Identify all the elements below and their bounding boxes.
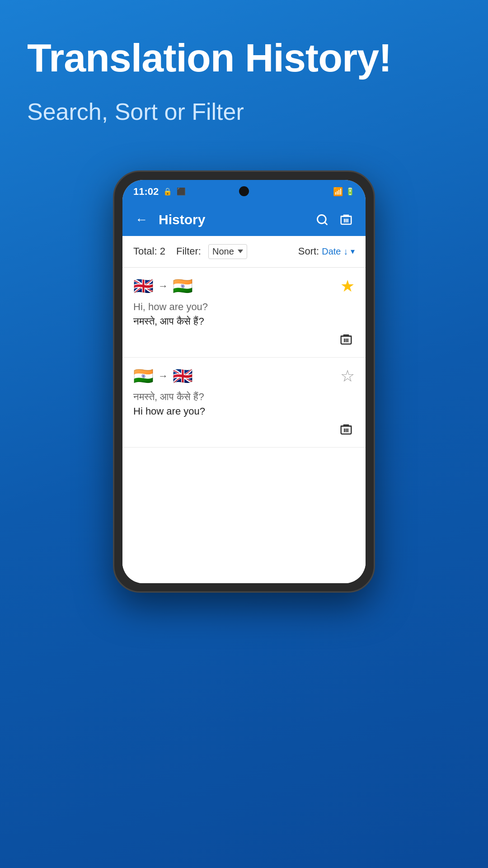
source-text: Hi, how are you? <box>133 301 355 313</box>
star-button[interactable]: ☆ <box>340 367 355 386</box>
item-header: 🇬🇧 → 🇮🇳 ★ <box>133 277 355 296</box>
source-text: नमस्ते, आप कैसे हैं? <box>133 391 355 403</box>
history-item: 🇬🇧 → 🇮🇳 ★ Hi, how are you? नमस्ते, आप कै… <box>122 268 366 358</box>
phone-screen: 11:02 🔒 ⬛ 📶 🔋 ← History <box>122 180 366 583</box>
empty-area <box>122 448 366 583</box>
app-bar: ← History <box>122 203 366 236</box>
item-text: नमस्ते, आप कैसे हैं? Hi how are you? <box>133 391 355 417</box>
delete-item-button[interactable] <box>338 421 355 438</box>
item-text: Hi, how are you? नमस्ते, आप कैसे हैं? <box>133 301 355 327</box>
promo-section: Translation History! Search, Sort or Fil… <box>0 0 488 152</box>
sort-label: Sort: <box>298 245 319 257</box>
filter-chevron-icon <box>238 250 243 253</box>
direction-arrow-icon: → <box>158 280 168 292</box>
history-list: 🇬🇧 → 🇮🇳 ★ Hi, how are you? नमस्ते, आप कै… <box>122 268 366 583</box>
app-bar-title: History <box>159 212 305 227</box>
promo-title: Translation History! <box>27 36 461 80</box>
filter-value: None <box>212 246 234 257</box>
status-time: 11:02 <box>133 186 159 198</box>
back-button[interactable]: ← <box>131 209 151 231</box>
delete-all-button[interactable] <box>336 209 357 230</box>
sort-section: Sort: Date ↓ ▾ <box>298 245 355 257</box>
phone-mockup: 11:02 🔒 ⬛ 📶 🔋 ← History <box>113 170 375 593</box>
lang-pair: 🇬🇧 → 🇮🇳 <box>133 278 193 294</box>
sort-chevron-icon: ▾ <box>351 246 355 256</box>
item-actions <box>133 331 355 348</box>
status-bar: 11:02 🔒 ⬛ 📶 🔋 <box>122 180 366 203</box>
translated-text: नमस्ते, आप कैसे हैं? <box>133 316 355 327</box>
star-button[interactable]: ★ <box>340 277 355 296</box>
filter-dropdown[interactable]: None <box>208 244 247 259</box>
camera-notch <box>239 186 249 196</box>
direction-arrow-icon: → <box>158 370 168 382</box>
search-button[interactable] <box>312 210 332 230</box>
battery-icon: 🔋 <box>346 187 355 196</box>
delete-item-button[interactable] <box>338 331 355 348</box>
sort-value: Date ↓ <box>322 246 348 257</box>
item-header: 🇮🇳 → 🇬🇧 ☆ <box>133 367 355 386</box>
total-count: Total: 2 <box>133 245 165 257</box>
vpn-icon: ⬛ <box>177 187 186 196</box>
target-flag: 🇬🇧 <box>173 368 193 384</box>
translated-text: Hi how are you? <box>133 406 355 417</box>
source-flag: 🇮🇳 <box>133 368 154 384</box>
sort-dropdown[interactable]: Date ↓ ▾ <box>322 246 355 257</box>
signal-icon: 📶 <box>333 187 343 197</box>
target-flag: 🇮🇳 <box>173 278 193 294</box>
promo-subtitle: Search, Sort or Filter <box>27 98 461 125</box>
phone-frame: 11:02 🔒 ⬛ 📶 🔋 ← History <box>113 170 375 593</box>
app-bar-actions <box>312 209 357 230</box>
lock-icon: 🔒 <box>163 187 172 196</box>
lang-pair: 🇮🇳 → 🇬🇧 <box>133 368 193 384</box>
svg-line-1 <box>324 222 327 224</box>
source-flag: 🇬🇧 <box>133 278 154 294</box>
filter-label: Filter: <box>176 245 201 257</box>
item-actions <box>133 421 355 438</box>
filter-bar: Total: 2 Filter: None Sort: Date ↓ ▾ <box>122 236 366 268</box>
status-left: 11:02 🔒 ⬛ <box>133 186 186 198</box>
history-item: 🇮🇳 → 🇬🇧 ☆ नमस्ते, आप कैसे हैं? Hi how ar… <box>122 358 366 448</box>
status-right: 📶 🔋 <box>333 187 355 197</box>
